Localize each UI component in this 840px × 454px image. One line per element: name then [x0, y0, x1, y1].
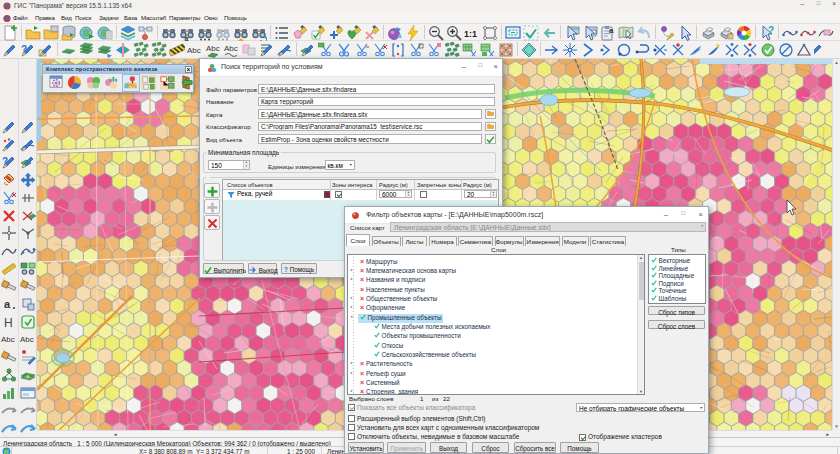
svg-text:Abc: Abc	[206, 44, 220, 53]
svg-text:Abc: Abc	[1, 335, 15, 344]
svg-text:a: a	[4, 298, 11, 310]
svg-text:H: H	[4, 316, 13, 330]
svg-text:Abc: Abc	[187, 46, 201, 55]
svg-text:Abc: Abc	[224, 44, 238, 53]
svg-text:?: ?	[768, 25, 774, 36]
svg-text:Abc: Abc	[20, 335, 34, 344]
svg-text:1:1: 1:1	[464, 29, 477, 39]
svg-text:a: a	[609, 26, 614, 35]
